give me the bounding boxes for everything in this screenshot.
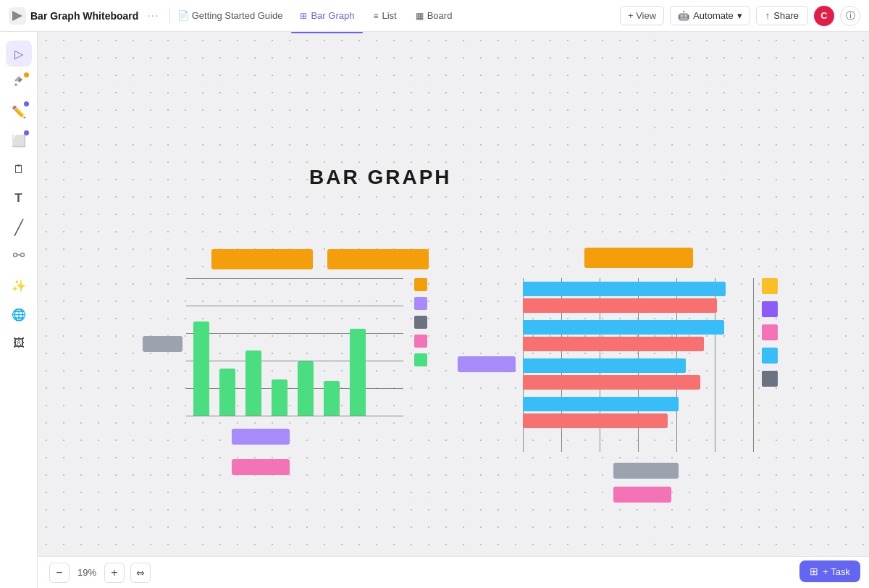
pink-bar-below-left [232, 459, 290, 475]
legend-green [414, 353, 427, 366]
note-icon: 🗒 [13, 163, 25, 176]
hbar-chart-area [523, 278, 755, 452]
hline-6 [186, 416, 403, 416]
share-button[interactable]: ↑ Share [756, 6, 808, 25]
view-button[interactable]: + View [620, 6, 664, 25]
legend-yellow-r [762, 278, 778, 294]
hline-2 [186, 306, 403, 306]
sidebar-tool-line[interactable]: ╱ [6, 214, 32, 240]
zoom-level: 19% [75, 567, 98, 578]
orange-bar-top-right [584, 248, 693, 268]
nav-tabs: ⊞ Bar Graph ≡ List ▦ Board [291, 6, 461, 25]
sidebar-tool-paint[interactable] [6, 70, 32, 96]
automate-icon: 🤖 [678, 10, 689, 21]
hline-1 [186, 278, 403, 279]
sidebar-tool-globe[interactable]: 🌐 [6, 301, 32, 327]
legend-pink [414, 335, 427, 348]
app-title: Bar Graph Whiteboard [30, 10, 138, 22]
topbar-divider [169, 9, 170, 23]
task-button[interactable]: ⊞ + Task [799, 560, 860, 582]
hbar-blue-4 [523, 397, 679, 411]
vbar-4 [272, 379, 287, 416]
hbar-red-4 [523, 413, 668, 428]
tab-list[interactable]: ≡ List [364, 6, 405, 25]
hbar-red-3 [523, 375, 700, 390]
hbar-blue-3 [523, 358, 686, 373]
gray-bar-right [613, 463, 679, 479]
tab-board-label: Board [427, 10, 453, 21]
tab-list-icon: ≡ [373, 11, 378, 21]
task-label: + Task [823, 566, 850, 577]
vbar-1 [193, 322, 209, 416]
sidebar-tool-pen[interactable]: ✏️ [6, 98, 32, 125]
avatar: C [814, 6, 834, 26]
vbar-3 [245, 350, 261, 416]
magic-icon: ✨ [12, 279, 26, 293]
zoom-out-button[interactable]: − [49, 563, 70, 583]
breadcrumb-label: Getting Started Guide [192, 10, 283, 21]
hbar-blue-1 [523, 282, 726, 296]
right-chart-right-border [753, 278, 754, 452]
share-icon: ↑ [765, 10, 771, 21]
fit-button[interactable]: ⇔ [130, 563, 151, 583]
tab-list-label: List [382, 10, 396, 21]
tab-bar-graph-label: Bar Graph [311, 10, 354, 21]
pen-dot [24, 101, 29, 106]
logo-icon [9, 7, 26, 25]
legend-purple-r [762, 301, 778, 317]
vbar-7 [350, 329, 366, 416]
bottombar: − 19% + ⇔ [38, 556, 869, 588]
sidebar-tool-note[interactable]: 🗒 [6, 156, 32, 182]
connector-icon [12, 248, 25, 264]
shape-icon: ⬜ [12, 134, 26, 148]
purple-bar-right-of-left [458, 356, 516, 372]
shape-dot [24, 130, 29, 135]
right-chart-legend [762, 278, 778, 387]
topbar: Bar Graph Whiteboard ··· 📄 Getting Start… [0, 0, 869, 32]
share-label: Share [773, 10, 799, 21]
breadcrumb[interactable]: 📄 Getting Started Guide [177, 10, 283, 21]
sidebar-tool-select[interactable]: ▷ [6, 41, 32, 67]
canvas[interactable]: BAR GRAPH [38, 32, 869, 556]
sidebar-tool-image[interactable]: 🖼 [6, 330, 32, 356]
app-dots-menu[interactable]: ··· [144, 9, 161, 22]
automate-button[interactable]: 🤖 Automate ▾ [670, 6, 750, 25]
sidebar-tool-text[interactable]: T [6, 185, 32, 211]
svg-point-3 [20, 253, 24, 257]
app-logo: Bar Graph Whiteboard [9, 7, 138, 25]
pink-bar-right [613, 487, 671, 503]
legend-purple [414, 297, 427, 310]
legend-dark-gray [414, 316, 427, 329]
sidebar: ▷ ✏️ ⬜ 🗒 T ╱ ✨ 🌐 🖼 [0, 32, 38, 588]
task-grid-icon: ⊞ [810, 566, 818, 577]
gray-label-bar [143, 336, 182, 352]
hbar-red-1 [523, 298, 717, 313]
hline-4 [186, 361, 403, 361]
info-button[interactable]: ⓘ [840, 6, 860, 26]
canvas-title: BAR GRAPH [309, 166, 452, 189]
tab-bar-graph-icon: ⊞ [300, 11, 307, 21]
vbar-5 [298, 361, 314, 416]
legend-gray-r [762, 371, 778, 387]
sidebar-tool-magic[interactable]: ✨ [6, 272, 32, 298]
vbar-chart-area [143, 278, 403, 416]
legend-pink-r [762, 324, 778, 340]
automate-label: Automate [693, 10, 734, 21]
line-icon: ╱ [14, 219, 23, 236]
sidebar-tool-connector[interactable] [6, 243, 32, 269]
hbar-blue-2 [523, 320, 724, 335]
hline-3 [186, 333, 403, 334]
canvas-content: BAR GRAPH [38, 32, 869, 556]
zoom-in-button[interactable]: + [104, 563, 125, 583]
paint-dot [24, 72, 29, 77]
purple-bar-below-left [232, 429, 290, 445]
sidebar-tool-shape[interactable]: ⬜ [6, 127, 32, 154]
tab-board[interactable]: ▦ Board [407, 6, 461, 25]
fit-icon: ⇔ [136, 567, 145, 579]
hbar-red-2 [523, 337, 704, 351]
legend-orange [414, 278, 427, 291]
tab-bar-graph[interactable]: ⊞ Bar Graph [291, 6, 363, 25]
breadcrumb-doc-icon: 📄 [177, 10, 189, 21]
text-icon: T [14, 191, 22, 206]
paint-icon [12, 75, 25, 91]
